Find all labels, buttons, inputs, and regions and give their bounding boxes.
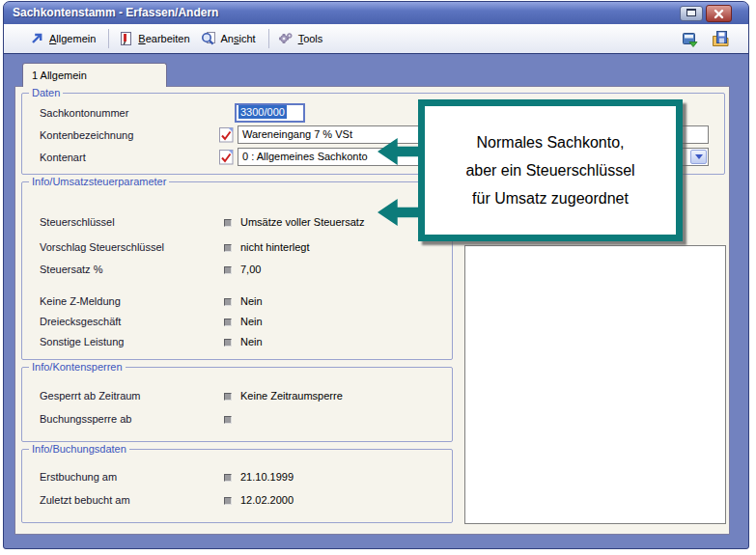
chevron-down-icon [695,154,703,159]
row-erstbuchung-am: Erstbuchung am21.10.1999 [40,471,444,485]
row-value: Keine Zeitraumsperre [240,390,343,402]
app-window: Sachkontenstamm - Erfassen/Andern Allgem… [3,1,749,549]
label-kontenbezeichnung: Kontenbezeichnung [40,129,133,141]
edit-document-icon [118,31,133,46]
row-label: Keine Z-Meldung [40,295,121,307]
row-label: Sonstige Leistung [40,336,124,347]
bullet-icon [224,393,232,401]
menu-label-allgemein: Allgemein [49,33,96,44]
annotation-line: aber ein Steuerschlüssel [465,156,634,184]
row-label: Steuersatz % [40,264,102,275]
group-ust-title: Info/Umsatzsteuerparameter [29,176,169,187]
row-value: Nein [240,316,263,327]
save-disk-icon[interactable] [712,30,730,48]
gears-icon [278,31,294,46]
row-label: Steuerschlüssel [40,216,115,228]
restore-button[interactable] [680,6,703,21]
menu-bearbeiten[interactable]: Bearbeiten [118,31,189,46]
bullet-icon [224,339,232,347]
group-sperren-title: Info/Kontensperren [29,361,126,373]
checked-note-icon[interactable] [219,150,234,165]
annotation-line: für Umsatz zugeordnet [472,184,629,212]
toolbar-separator [108,29,109,48]
menu-label-ansicht: Ansicht [221,33,256,44]
bullet-icon [224,266,232,274]
group-buchungsdaten: Info/Buchungsdaten Erstbuchung am21.10.1… [21,449,453,523]
group-buchung-title: Info/Buchungsdaten [29,443,129,455]
menu-allgemein[interactable]: Allgemein [29,31,96,46]
bullet-icon [224,244,232,252]
book-export-icon[interactable] [681,30,699,48]
toolbar-separator [268,29,269,48]
row-zuletzt-bebucht-am: Zuletzt bebucht am12.02.2000 [40,494,444,508]
bullet-icon [224,298,232,306]
bullet-icon [224,416,232,424]
menu-ansicht[interactable]: Ansicht [201,31,256,46]
label-sachkontonummer: Sachkontonummer [40,107,128,119]
row-label: Erstbuchung am [40,471,117,483]
kontenart-value: 0 : Allgemeines Sachkonto [242,151,368,162]
bullet-icon [224,219,232,227]
title-bar: Sachkontenstamm - Erfassen/Andern [4,2,748,24]
menu-label-tools: Tools [298,33,323,44]
row-value: Nein [240,295,263,307]
row-label: Vorschlag Steuerschlüssel [40,241,164,253]
restore-icon [686,9,696,16]
row-gesperrt-ab-zeitraum: Gesperrt ab ZeitraumKeine Zeitraumsperre [40,390,444,403]
sachkontonummer-input[interactable]: 3300/000 [235,103,305,123]
close-button[interactable] [706,5,732,22]
bullet-icon [224,474,232,482]
close-icon [714,9,724,19]
row-value: 7,00 [240,264,261,275]
toolbar-right-icons [681,30,730,48]
label-kontenart: Kontenart [40,152,86,163]
magnifier-icon [201,31,216,46]
row-vorschlag-steuerschluessel: Vorschlag Steuerschlüsselnicht hinterleg… [40,241,444,255]
menu-tools[interactable]: Tools [278,31,323,46]
tab-label: 1 Allgemein [32,69,87,81]
row-steuerschluessel: SteuerschlüsselUmsätze voller Steuersatz [40,216,444,230]
row-label: Dreiecksgeschäft [40,316,121,327]
row-value: Nein [240,336,263,347]
row-label: Buchungssperre ab [40,413,131,425]
arrow-up-right-icon [29,31,44,46]
row-keine-z-meldung: Keine Z-MeldungNein [40,295,444,309]
group-kontensperren: Info/Kontensperren Gesperrt ab ZeitraumK… [21,367,453,442]
row-steuersatz: Steuersatz %7,00 [40,264,444,277]
checked-note-icon[interactable] [219,127,234,143]
annotation-callout: Normales Sachkonto, aber ein Steuerschlü… [418,99,683,241]
annotation-line: Normales Sachkonto, [477,128,625,156]
bullet-icon [224,497,232,505]
toolbar: Allgemein Bearbeiten Ansicht [4,24,748,54]
row-value: nicht hinterlegt [240,241,310,253]
kontenbezeichnung-value: Wareneingang 7 % VSt [242,128,352,140]
tab-allgemein[interactable]: 1 Allgemein [22,63,167,87]
row-value: 21.10.1999 [240,471,294,483]
row-dreiecksgeschaeft: DreiecksgeschäftNein [40,316,444,329]
row-buchungssperre-ab: Buchungssperre ab [40,413,444,427]
row-label: Gesperrt ab Zeitraum [40,390,141,402]
window-title: Sachkontenstamm - Erfassen/Andern [13,6,218,19]
bullet-icon [224,319,232,326]
row-label: Zuletzt bebucht am [40,494,130,506]
memo-panel[interactable] [464,245,726,524]
row-sonstige-leistung: Sonstige LeistungNein [40,336,444,349]
menu-label-bearbeiten: Bearbeiten [138,33,189,44]
kontenart-dropdown-button[interactable] [690,150,707,164]
row-value: 12.02.2000 [240,494,294,506]
row-value: Umsätze voller Steuersatz [240,216,364,228]
sachkontonummer-value: 3300/000 [238,105,287,119]
